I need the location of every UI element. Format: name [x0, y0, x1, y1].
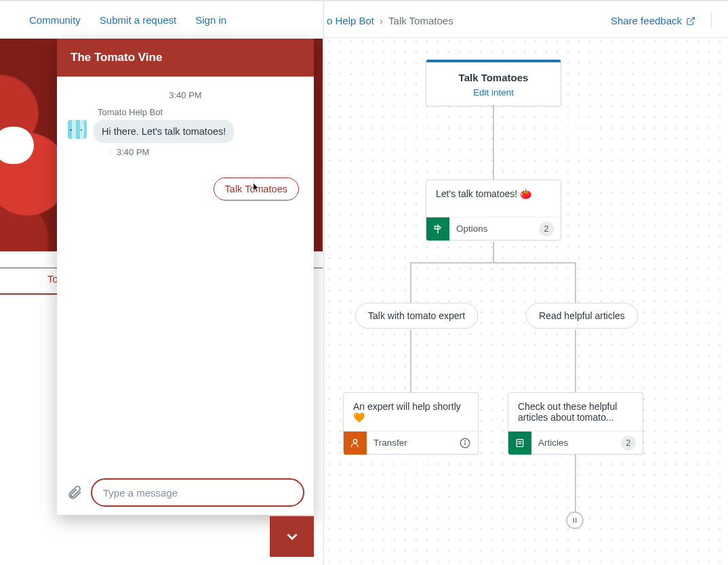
chevron-right-icon: › [380, 15, 383, 26]
bot-avatar: • • [68, 120, 87, 139]
share-feedback-label: Share feedback [611, 15, 682, 26]
top-nav: Community Submit a request Sign in [0, 0, 323, 39]
branch-pill-expert[interactable]: Talk with tomato expert [355, 303, 478, 329]
chat-message-input[interactable] [91, 478, 304, 507]
svg-point-4 [465, 440, 466, 441]
connector [493, 105, 494, 180]
articles-footer-label: Articles [538, 438, 568, 448]
transfer-step[interactable]: An expert will help shortly 🧡 Transfer [343, 392, 479, 455]
bot-message-row: • • Hi there. Let's talk tomatoes! [68, 120, 303, 143]
chat-header: The Tomato Vine [57, 39, 314, 77]
connector [410, 330, 411, 392]
chat-widget: The Tomato Vine 3:40 PM Tomato Help Bot … [57, 39, 314, 515]
connector [575, 330, 576, 392]
bot-name-label: Tomato Help Bot [98, 107, 303, 117]
chat-title: The Tomato Vine [70, 51, 162, 64]
attachment-icon[interactable] [66, 484, 83, 501]
flow-builder-canvas[interactable]: o Help Bot › Talk Tomatoes Share feedbac… [323, 0, 728, 565]
chat-body: 3:40 PM Tomato Help Bot • • Hi there. Le… [57, 77, 314, 470]
articles-step[interactable]: Check out these helpful articles about t… [508, 392, 643, 455]
intent-title: Talk Tomatoes [433, 72, 554, 83]
chat-timestamp: 3:40 PM [68, 90, 303, 100]
connector [575, 454, 576, 511]
svg-point-1 [353, 439, 357, 442]
chevron-down-icon [283, 528, 301, 545]
svg-line-0 [690, 17, 694, 21]
nav-community[interactable]: Community [29, 14, 81, 26]
bot-message-bubble: Hi there. Let's talk tomatoes! [94, 120, 234, 143]
article-icon [508, 432, 531, 455]
intent-node[interactable]: Talk Tomatoes Edit intent [426, 60, 561, 106]
transfer-footer-label: Transfer [373, 438, 407, 448]
transfer-step-text: An expert will help shortly 🧡 [344, 393, 478, 431]
connector [410, 262, 411, 303]
share-feedback-link[interactable]: Share feedback [611, 15, 695, 26]
connector [575, 262, 576, 303]
options-footer-label: Options [456, 224, 488, 234]
options-step[interactable]: Let's talk tomatoes! 🍅 Options 2 [426, 180, 561, 240]
info-icon[interactable] [459, 437, 471, 449]
chat-toggle-button[interactable] [270, 516, 314, 557]
options-count-badge: 2 [539, 222, 554, 236]
options-step-text: Let's talk tomatoes! 🍅 [426, 180, 561, 217]
connector [493, 242, 494, 262]
nav-sign-in[interactable]: Sign in [195, 14, 226, 26]
articles-count-badge: 2 [621, 436, 636, 451]
pause-icon [570, 516, 580, 525]
nav-submit-request[interactable]: Submit a request [100, 14, 176, 26]
quick-reply-label: Talk Tomatoes [225, 184, 287, 194]
search-pill-fragment [0, 127, 34, 164]
message-timestamp: 3:40 PM [117, 147, 303, 157]
articles-step-text: Check out these helpful articles about t… [508, 393, 643, 431]
person-icon [344, 432, 367, 455]
signpost-icon [426, 217, 449, 240]
tab-fragment[interactable]: To [0, 268, 57, 285]
branch-pill-articles[interactable]: Read helpful articles [526, 303, 638, 329]
quick-reply-talk-tomatoes[interactable]: Talk Tomatoes [214, 177, 299, 201]
breadcrumb-current: Talk Tomatoes [388, 15, 453, 26]
connector [411, 262, 575, 264]
breadcrumb-prev[interactable]: o Help Bot [327, 15, 374, 26]
external-link-icon [686, 16, 695, 26]
add-step-button[interactable] [566, 511, 584, 529]
chat-input-row [57, 470, 314, 515]
breadcrumb: o Help Bot › Talk Tomatoes [327, 15, 453, 26]
header-divider [711, 13, 712, 28]
edit-intent-link[interactable]: Edit intent [433, 87, 554, 98]
